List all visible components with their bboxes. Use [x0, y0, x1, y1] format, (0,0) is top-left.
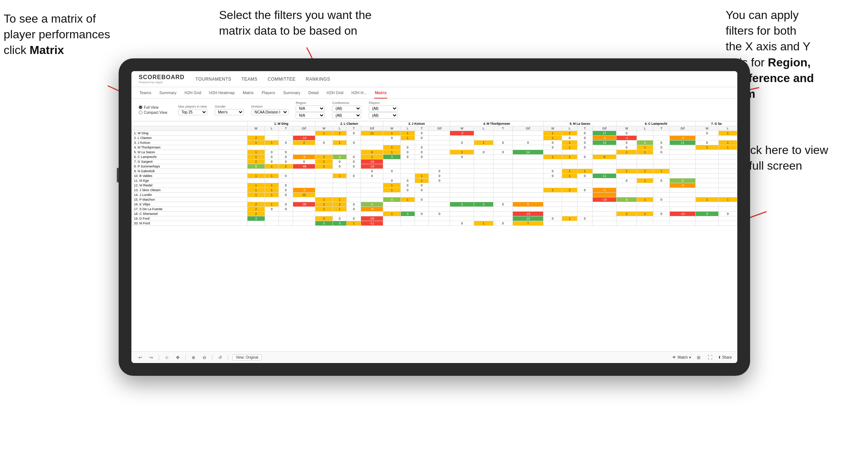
matrix-cell [493, 164, 512, 169]
matrix-cell: 0 [279, 159, 293, 164]
col-header-4: 4. M Thorbjornsen [450, 121, 544, 126]
full-view-radio[interactable] [139, 105, 142, 109]
compact-view-option[interactable]: Compact View [139, 111, 167, 115]
matrix-cell: 1 [247, 183, 265, 188]
nav-tournaments[interactable]: TOURNAMENTS [196, 77, 231, 82]
player-name-cell: 19. D Ford [132, 216, 247, 221]
screen-options-icon[interactable]: ⊞ [695, 354, 702, 361]
matrix-cell [415, 202, 429, 207]
matrix-cell: 0 [493, 221, 512, 226]
nav-teams[interactable]: TEAMS [242, 77, 258, 82]
conference-select-2[interactable]: (All) [332, 112, 361, 119]
sub-nav-h2h-grid[interactable]: H2H Grid [184, 87, 202, 99]
watch-btn[interactable]: 👁 Watch ▾ [672, 355, 691, 359]
matrix-cell [544, 207, 562, 212]
players-select-2[interactable]: (All) [369, 112, 398, 119]
sub-nav-h2h-grid2[interactable]: H2H Grid [326, 87, 344, 99]
matrix-cell: 0 [279, 207, 293, 212]
matrix-cell [493, 207, 512, 212]
reset-icon[interactable]: ↺ [217, 354, 223, 361]
table-row: 9. N Gabrelcik000011111 [132, 169, 737, 174]
matrix-cell: -2 [450, 131, 474, 136]
sub-nav-h2h-h[interactable]: H2H H... [351, 87, 368, 99]
sub-nav-h2h-heatmap[interactable]: H2H Heatmap [208, 87, 235, 99]
region-select-1[interactable]: N/A [296, 105, 325, 112]
matrix-cell [637, 216, 653, 221]
matrix-cell [383, 193, 401, 197]
matrix-cell [415, 216, 429, 221]
pointer-icon[interactable]: ⊹ [164, 354, 170, 361]
player-name-cell: 13. J Skov Olesen [132, 188, 247, 193]
max-players-label: Max players in view [178, 105, 207, 108]
corner-header [132, 121, 247, 126]
matrix-cell: 0 [450, 155, 474, 159]
sub-nav-summary2[interactable]: Summary [283, 87, 301, 99]
matrix-cell [562, 183, 577, 188]
matrix-cell: -1 [592, 188, 617, 193]
sub-nav-summary[interactable]: Summary [158, 87, 177, 99]
matrix-cell: 1 [544, 131, 562, 136]
players-select-1[interactable]: (All) [369, 105, 398, 112]
share-btn[interactable]: ⬆ Share [718, 355, 732, 359]
matrix-cell: -15 [512, 212, 543, 216]
matrix-cell: -9 [293, 155, 315, 159]
matrix-cell [696, 164, 719, 169]
matrix-cell [361, 197, 383, 202]
matrix-cell [669, 174, 695, 178]
pan-icon[interactable]: ✥ [174, 354, 181, 361]
col-header-1: 1. W Ding [247, 121, 315, 126]
matrix-cell [400, 202, 415, 207]
sub-nav-detail[interactable]: Detail [308, 87, 319, 99]
matrix-area[interactable]: 1. W Ding 2. L Clanton 3. J Koivun 4. M … [131, 121, 737, 351]
matrix-cell [617, 164, 637, 169]
nav-rankings[interactable]: RANKINGS [306, 77, 330, 82]
redo-icon[interactable]: ↪ [148, 354, 154, 361]
sub-nav-teams[interactable]: Teams [139, 87, 152, 99]
matrix-cell [669, 131, 695, 136]
player-name-cell: 6. C Lamprecht [132, 155, 247, 159]
matrix-cell [544, 164, 562, 169]
matrix-cell: -1 [592, 136, 617, 140]
col-header-7: 7. G Sa [696, 121, 737, 126]
max-players-select[interactable]: Top 25 [178, 109, 207, 115]
matrix-cell [592, 202, 617, 207]
matrix-cell [544, 183, 562, 188]
matrix-cell: 0 [347, 216, 361, 221]
matrix-cell: 1 [315, 131, 333, 136]
matrix-cell: 0 [347, 155, 361, 159]
conference-select-1[interactable]: (All) [332, 105, 361, 112]
nav-committee[interactable]: COMMITTEE [268, 77, 296, 82]
matrix-cell [333, 178, 347, 183]
matrix-cell [493, 169, 512, 174]
matrix-cell [400, 207, 415, 212]
zoom-out-icon[interactable]: ⊖ [201, 354, 208, 361]
matrix-cell [637, 188, 653, 193]
fullscreen-icon[interactable]: ⛶ [706, 354, 714, 361]
matrix-cell [592, 183, 617, 188]
undo-icon[interactable]: ↩ [137, 354, 143, 361]
matrix-cell [577, 202, 592, 207]
division-select[interactable]: NCAA Division I [251, 109, 288, 115]
matrix-cell: 0 [512, 140, 543, 145]
compact-view-radio[interactable] [139, 111, 142, 114]
sub-nav-matrix-1[interactable]: Matrix [242, 87, 254, 99]
table-row: 13. J Skov Olesen110-3100220-1 [132, 188, 737, 193]
zoom-in-icon[interactable]: ⊕ [190, 354, 197, 361]
matrix-cell: 0 [544, 169, 562, 174]
sub-nav-matrix-2[interactable]: Matrix [374, 87, 387, 99]
view-original-btn[interactable]: View: Original [233, 354, 262, 360]
matrix-cell: 3 [474, 202, 493, 207]
matrix-cell [361, 212, 383, 216]
full-view-option[interactable]: Full View [139, 105, 167, 109]
matrix-cell: 5 [247, 164, 265, 169]
matrix-cell: 1 [718, 145, 737, 150]
gender-select[interactable]: Men's [215, 109, 244, 115]
sub-nav-players[interactable]: Players [261, 87, 276, 99]
matrix-cell: 1 [637, 145, 653, 150]
matrix-cell [562, 221, 577, 226]
matrix-cell [429, 188, 450, 193]
matrix-cell: 2 [279, 164, 293, 169]
matrix-cell [347, 145, 361, 150]
region-select-2[interactable]: N/A [296, 112, 325, 119]
matrix-cell [293, 221, 315, 226]
